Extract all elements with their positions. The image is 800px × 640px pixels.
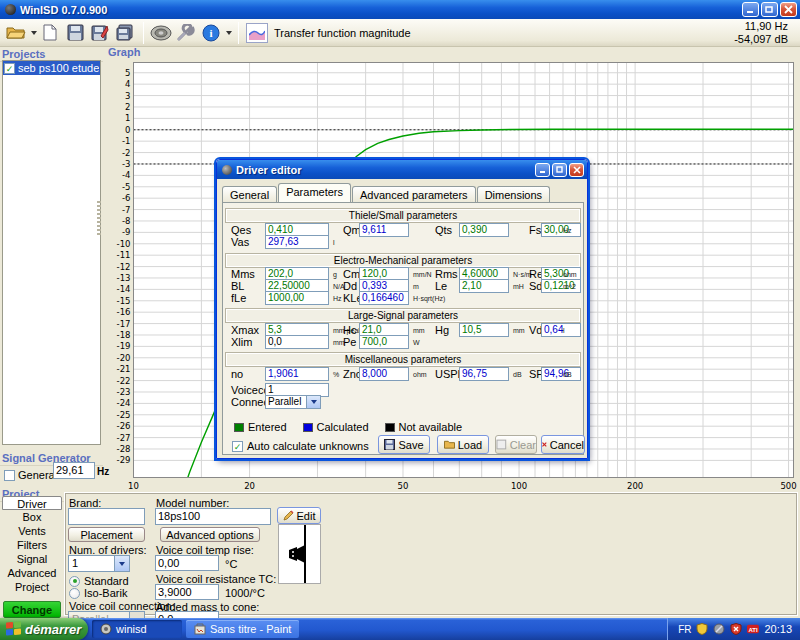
paint-app-icon (194, 623, 206, 635)
advanced-options-button[interactable]: Advanced options (160, 527, 260, 542)
param-input-uspl[interactable]: 96,75 (459, 367, 509, 381)
svg-text:i: i (209, 27, 212, 39)
param-input-fle[interactable]: 1000,00 (265, 291, 329, 305)
param-input-le[interactable]: 2,10 (459, 279, 509, 293)
open-dropdown-arrow[interactable] (29, 22, 38, 44)
svg-text:1: 1 (125, 113, 130, 123)
readout-frequency: 11,90 Hz (734, 20, 788, 33)
param-input-vas[interactable]: 297,63 (265, 235, 329, 249)
splitter-grip[interactable] (97, 201, 101, 235)
param-input-qms[interactable]: 9,611 (359, 223, 409, 237)
folder-icon (444, 439, 455, 450)
minimize-button[interactable] (742, 2, 759, 17)
project-list-item[interactable]: ✓ seb ps100 etude (3, 61, 100, 75)
project-checkbox[interactable]: ✓ (4, 63, 15, 74)
dialog-tab-advanced-parameters[interactable]: Advanced parameters (352, 186, 476, 202)
driver-editor-dialog: Driver editor GeneralParametersAdvanced … (216, 159, 588, 459)
edit-button[interactable]: Edit (277, 507, 321, 524)
toolbar: i Transfer function magnitude 11,90 Hz -… (0, 19, 800, 47)
project-tab-filters[interactable]: Filters (2, 538, 62, 552)
model-number-input[interactable]: 18ps100 (155, 508, 271, 525)
generator-frequency-input[interactable]: 29,61 (53, 462, 95, 479)
radio-standard[interactable]: Standard (69, 575, 129, 587)
param-input-connection[interactable]: Parallel (265, 395, 321, 409)
dialog-tab-dimensions[interactable]: Dimensions (477, 186, 550, 202)
project-tab-driver[interactable]: Driver (2, 496, 62, 510)
svg-text:-3: -3 (122, 159, 130, 169)
new-document-icon[interactable] (38, 22, 62, 44)
chevron-down-icon[interactable] (306, 396, 320, 408)
save-icon[interactable] (63, 22, 87, 44)
param-input-no[interactable]: 1,9061 (265, 367, 329, 381)
save-button[interactable]: Save (378, 435, 430, 454)
svg-text:ATI: ATI (749, 627, 759, 633)
restore-button[interactable] (761, 2, 778, 17)
param-input-fs[interactable]: 30,00 (541, 223, 581, 237)
dialog-tab-general[interactable]: General (222, 186, 277, 202)
param-label-xlim: Xlim (231, 336, 252, 348)
driver-icon (222, 165, 232, 175)
radio-isobarik[interactable]: Iso-Barik (69, 587, 127, 599)
info-icon[interactable]: i (199, 22, 223, 44)
shield-icon[interactable] (696, 623, 708, 635)
start-button[interactable]: démarrer (0, 618, 88, 640)
svg-text:-16: -16 (117, 307, 131, 317)
chevron-down-icon[interactable] (114, 556, 129, 571)
load-button[interactable]: Load (437, 435, 489, 454)
clear-button: Clear (495, 435, 537, 454)
dialog-tab-bar: GeneralParametersAdvanced parametersDime… (222, 184, 551, 202)
dialog-minimize-button[interactable] (535, 163, 550, 177)
svg-text:-24: -24 (117, 398, 131, 408)
volume-icon[interactable] (713, 623, 725, 635)
param-unit-kle: H·sqrt(Hz) (413, 295, 445, 302)
task-button-sans-titre-paint[interactable]: Sans titre - Paint (186, 620, 299, 638)
svg-text:-9: -9 (122, 227, 130, 237)
ati-icon[interactable]: ATI (747, 623, 759, 635)
resistance-tc-input[interactable]: 3,9000 (155, 584, 219, 600)
dialog-close-button[interactable] (569, 163, 584, 177)
param-label-dd: Dd (343, 280, 357, 292)
param-input-vd[interactable]: 0,64 (541, 323, 581, 337)
svg-text:200: 200 (627, 481, 643, 491)
dialog-titlebar[interactable]: Driver editor (217, 160, 587, 179)
brand-input[interactable] (68, 508, 145, 525)
graph-type-selector[interactable]: Transfer function magnitude (246, 23, 411, 43)
project-tab-project[interactable]: Project (2, 580, 62, 594)
section-header: Large-Signal parameters (226, 309, 580, 322)
close-button[interactable] (780, 2, 797, 17)
alert-shield-icon[interactable] (730, 623, 742, 635)
task-button-winisd[interactable]: winisd (92, 620, 182, 638)
info-dropdown-arrow[interactable] (224, 22, 233, 44)
param-input-pe[interactable]: 700,0 (359, 335, 409, 349)
project-tab-vents[interactable]: Vents (2, 524, 62, 538)
temp-rise-input[interactable]: 0,00 (155, 555, 219, 571)
param-input-spl[interactable]: 94,96 (541, 367, 581, 381)
change-button[interactable]: Change (3, 601, 61, 618)
generate-checkbox[interactable]: ✓ (4, 470, 15, 481)
param-input-kle[interactable]: 0,166460 (359, 291, 409, 305)
open-folder-icon[interactable] (4, 22, 28, 44)
project-tab-advanced[interactable]: Advanced (2, 566, 62, 580)
save-as-icon[interactable] (88, 22, 112, 44)
svg-text:5: 5 (125, 68, 130, 78)
param-input-xlim[interactable]: 0,0 (265, 335, 329, 349)
dialog-tab-parameters[interactable]: Parameters (278, 183, 351, 202)
param-input-znom[interactable]: 8,000 (359, 367, 409, 381)
auto-calculate-checkbox[interactable]: ✓ Auto calculate unknowns (232, 440, 369, 452)
wrench-icon[interactable] (174, 22, 198, 44)
svg-text:-4: -4 (122, 170, 130, 180)
project-tab-box[interactable]: Box (2, 510, 62, 524)
dialog-maximize-button[interactable] (552, 163, 567, 177)
language-indicator[interactable]: FR (678, 624, 691, 635)
num-drivers-combo[interactable]: 1 (68, 555, 130, 572)
param-input-hg[interactable]: 10,5 (459, 323, 509, 337)
driver-tab-page: Brand: Placement Num. of drivers: 1 Stan… (64, 492, 798, 616)
svg-text:-7: -7 (122, 205, 130, 215)
clock[interactable]: 20:13 (764, 623, 792, 635)
placement-button[interactable]: Placement (68, 527, 145, 542)
project-tab-signal[interactable]: Signal (2, 552, 62, 566)
param-input-qts[interactable]: 0,390 (459, 223, 509, 237)
cancel-button[interactable]: Cancel (541, 435, 585, 454)
driver-icon[interactable] (149, 22, 173, 44)
save-all-icon[interactable] (113, 22, 137, 44)
